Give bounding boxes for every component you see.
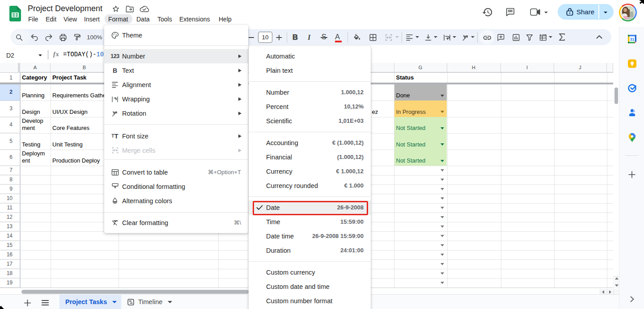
svg-text:31: 31 bbox=[630, 37, 635, 42]
